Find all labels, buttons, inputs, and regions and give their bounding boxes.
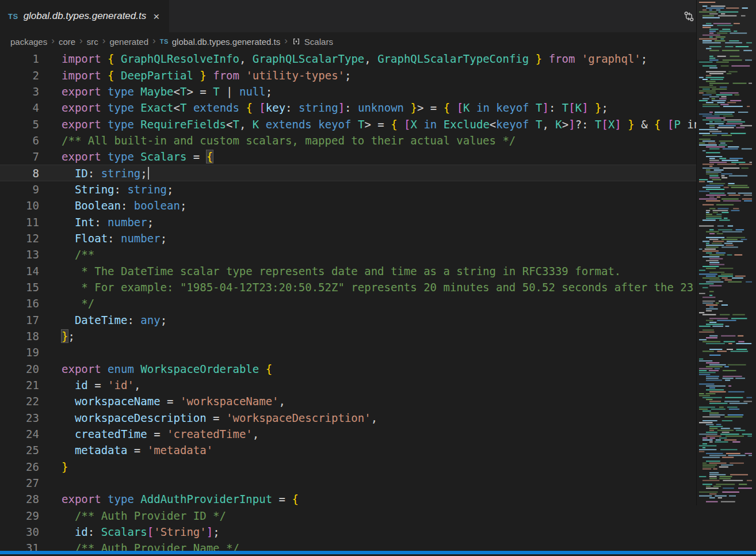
line-number[interactable]: 22 <box>0 395 39 408</box>
typescript-file-icon: TS <box>8 12 18 21</box>
code-line[interactable]: 11 Int: number; <box>0 214 756 230</box>
line-number[interactable]: 28 <box>0 493 39 505</box>
line-number[interactable]: 14 <box>0 265 39 277</box>
code-token: id <box>75 379 88 391</box>
code-line[interactable]: 26} <box>0 459 756 475</box>
code-line[interactable]: 3export type Maybe<T> = T | null; <box>0 83 756 100</box>
line-number[interactable]: 4 <box>0 101 39 114</box>
line-number[interactable]: 11 <box>0 216 39 229</box>
tab-title: global.db.types.generated.ts <box>24 10 147 22</box>
code-token: [ <box>457 101 463 114</box>
breadcrumb-item-core[interactable]: core <box>59 37 75 47</box>
code-line-text: * For example: "1985-04-12T23:20:50.52Z"… <box>39 281 693 294</box>
breadcrumb-item-src[interactable]: src <box>87 37 98 47</box>
code-line-text: export type Scalars = { <box>39 150 213 163</box>
code-token: /** All built-in and custom scalars, map… <box>62 134 516 147</box>
code-line[interactable]: 8 ID: string; <box>0 165 756 181</box>
line-number[interactable]: 25 <box>0 444 39 456</box>
code-line[interactable]: 24 createdTime = 'createdTime', <box>0 426 756 442</box>
code-line[interactable]: 21 id = 'id', <box>0 377 756 393</box>
line-number[interactable]: 7 <box>0 150 39 163</box>
code-token: T <box>213 85 219 98</box>
code-line[interactable]: 18}; <box>0 328 756 344</box>
tab-global-db-types-generated[interactable]: TS global.db.types.generated.ts × <box>0 0 169 32</box>
code-token: K <box>575 101 582 114</box>
code-line[interactable]: 7export type Scalars = { <box>0 148 756 165</box>
code-line[interactable]: 10 Boolean: boolean; <box>0 197 756 214</box>
line-number[interactable]: 19 <box>0 346 39 359</box>
code-token: P <box>674 118 680 131</box>
code-token: export <box>62 101 101 114</box>
code-token: > = <box>417 101 444 114</box>
code-token: null <box>239 85 266 98</box>
line-number[interactable]: 3 <box>0 85 39 98</box>
code-line[interactable]: 12 Float: number; <box>0 230 756 246</box>
breadcrumb-item-generated[interactable]: generated <box>109 37 148 47</box>
line-number[interactable]: 26 <box>0 460 39 473</box>
close-icon[interactable]: × <box>151 10 161 23</box>
editor-code-area[interactable]: 1import { GraphQLResolveInfo, GraphQLSca… <box>0 51 756 556</box>
code-line[interactable]: 25 metadata = 'metadata' <box>0 442 756 458</box>
breadcrumb-item-packages[interactable]: packages <box>10 37 47 47</box>
code-line-text: /** Auth Provider ID */ <box>39 509 226 522</box>
line-number[interactable]: 15 <box>0 281 39 294</box>
code-line[interactable]: 27 <box>0 475 756 491</box>
code-token: type <box>108 85 134 98</box>
code-line[interactable]: 19 <box>0 344 756 360</box>
line-number[interactable]: 2 <box>0 69 39 82</box>
code-line[interactable]: 17 DateTime: any; <box>0 312 756 328</box>
line-number[interactable]: 20 <box>0 363 39 375</box>
breadcrumb-item-symbol[interactable]: Scalars <box>292 37 333 47</box>
line-number[interactable]: 9 <box>0 183 39 196</box>
line-number[interactable]: 10 <box>0 199 39 212</box>
line-number[interactable]: 17 <box>0 314 39 326</box>
line-number[interactable]: 30 <box>0 525 39 538</box>
code-token: GraphQLScalarType <box>253 52 364 65</box>
breadcrumb-item-file[interactable]: TS global.db.types.generated.ts <box>160 37 281 47</box>
line-number[interactable]: 18 <box>0 330 39 342</box>
code-token <box>193 69 200 82</box>
code-line[interactable]: 16 */ <box>0 295 756 311</box>
code-token: { <box>391 118 397 131</box>
code-line[interactable]: 5export type RequireFields<T, K extends … <box>0 116 756 132</box>
code-token: metadata <box>75 444 128 456</box>
code-line[interactable]: 2import { DeepPartial } from 'utility-ty… <box>0 67 756 83</box>
line-number[interactable]: 29 <box>0 509 39 522</box>
code-line[interactable]: 22 workspaceName = 'workspaceName', <box>0 393 756 409</box>
line-number[interactable]: 13 <box>0 248 39 261</box>
code-line[interactable]: 15 * For example: "1985-04-12T23:20:50.5… <box>0 279 756 295</box>
code-token <box>101 118 108 131</box>
code-line[interactable]: 28export type AddAuthProviderInput = { <box>0 491 756 507</box>
line-number[interactable]: 12 <box>0 232 39 245</box>
code-line[interactable]: 14 * The DateTime scalar type represents… <box>0 262 756 279</box>
open-changes-button[interactable] <box>682 10 695 22</box>
code-token: > <box>562 118 568 131</box>
code-token: ; <box>140 167 147 180</box>
line-number[interactable]: 6 <box>0 134 39 147</box>
line-number[interactable]: 16 <box>0 297 39 310</box>
code-line[interactable]: 9 String: string; <box>0 181 756 197</box>
code-line[interactable]: 23 workspaceDescription = 'workspaceDesc… <box>0 410 756 426</box>
line-number[interactable]: 1 <box>0 52 39 65</box>
code-token: Exact <box>140 101 173 114</box>
code-token <box>621 118 628 131</box>
line-number[interactable]: 5 <box>0 118 39 131</box>
code-line[interactable]: 20export enum WorkspaceOrderable { <box>0 361 756 377</box>
code-token <box>101 493 108 505</box>
code-line[interactable]: 13 /** <box>0 246 756 262</box>
code-line[interactable]: 4export type Exact<T extends { [key: str… <box>0 100 756 116</box>
code-line[interactable]: 30 id: Scalars['String']; <box>0 524 756 540</box>
line-number[interactable]: 8 <box>0 167 39 180</box>
minimap[interactable] <box>696 0 756 505</box>
line-number[interactable]: 21 <box>0 379 39 391</box>
code-token <box>542 52 548 65</box>
code-line[interactable]: 6/** All built-in and custom scalars, ma… <box>0 132 756 148</box>
code-token: export <box>62 85 101 98</box>
line-number[interactable]: 27 <box>0 477 39 489</box>
line-number[interactable]: 24 <box>0 428 39 440</box>
line-number[interactable]: 23 <box>0 412 39 424</box>
code-line[interactable]: 29 /** Auth Provider ID */ <box>0 508 756 524</box>
code-token: [ <box>147 525 154 538</box>
code-line[interactable]: 1import { GraphQLResolveInfo, GraphQLSca… <box>0 51 756 67</box>
code-token <box>253 101 259 114</box>
